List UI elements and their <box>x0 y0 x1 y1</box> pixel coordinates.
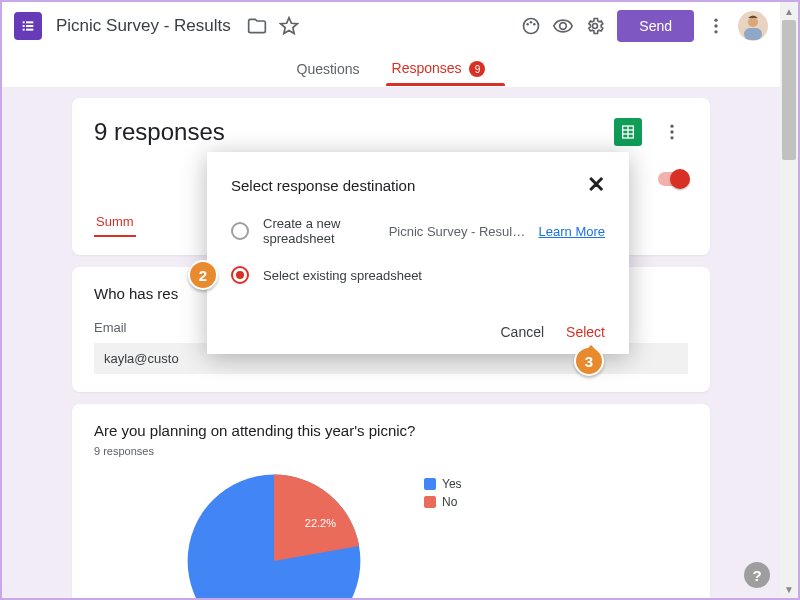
preview-icon[interactable] <box>547 10 579 42</box>
question-title: Are you planning on attending this year'… <box>94 422 688 439</box>
svg-point-11 <box>714 19 717 22</box>
star-icon[interactable] <box>273 10 305 42</box>
settings-icon[interactable] <box>579 10 611 42</box>
svg-rect-1 <box>26 21 33 23</box>
theme-icon[interactable] <box>515 10 547 42</box>
responses-count-badge: 9 <box>469 61 485 77</box>
legend-item-yes: Yes <box>424 477 462 491</box>
scroll-up-arrow[interactable]: ▲ <box>780 2 798 20</box>
send-button[interactable]: Send <box>617 10 694 42</box>
document-title[interactable]: Picnic Survey - Results <box>56 16 231 36</box>
svg-rect-0 <box>23 21 25 23</box>
top-bar: Picnic Survey - Results Send <box>2 2 780 50</box>
svg-point-22 <box>670 136 673 139</box>
scrollbar-thumb[interactable] <box>782 20 796 160</box>
chart-legend: Yes No <box>424 477 462 598</box>
radio-select-existing[interactable] <box>231 266 249 284</box>
svg-point-8 <box>530 21 533 24</box>
modal-title: Select response destination <box>231 177 587 194</box>
svg-rect-5 <box>26 29 33 31</box>
scroll-down-arrow[interactable]: ▼ <box>780 580 798 598</box>
svg-point-20 <box>670 125 673 128</box>
option-select-existing-label: Select existing spreadsheet <box>263 268 422 283</box>
forms-app-icon[interactable] <box>14 12 42 40</box>
move-to-folder-icon[interactable] <box>241 10 273 42</box>
responses-count-heading: 9 responses <box>94 118 614 146</box>
summary-subtab[interactable]: Summ <box>94 208 136 237</box>
create-spreadsheet-button[interactable] <box>614 118 642 146</box>
svg-point-13 <box>714 30 717 33</box>
tab-responses-label: Responses <box>392 60 462 76</box>
radio-create-new[interactable] <box>231 222 249 240</box>
new-spreadsheet-name: Picnic Survey - Results (Resp… <box>389 224 527 239</box>
svg-rect-15 <box>744 28 762 40</box>
tab-questions[interactable]: Questions <box>293 53 364 85</box>
cancel-button[interactable]: Cancel <box>500 324 544 340</box>
form-tabs: Questions Responses 9 <box>2 50 780 88</box>
close-icon[interactable]: ✕ <box>587 174 605 196</box>
learn-more-link[interactable]: Learn More <box>539 224 605 239</box>
pie-chart: 22.2% 77.8% <box>184 471 364 598</box>
pie-slice-no-label: 22.2% <box>305 517 336 529</box>
tab-responses[interactable]: Responses 9 <box>388 52 490 86</box>
svg-point-14 <box>748 17 758 27</box>
svg-point-7 <box>527 23 530 25</box>
responses-more-icon[interactable] <box>656 116 688 148</box>
option-create-new-label: Create a new spreadsheet <box>263 216 377 246</box>
help-icon[interactable]: ? <box>744 562 770 588</box>
more-icon[interactable] <box>700 10 732 42</box>
account-avatar[interactable] <box>738 11 768 41</box>
vertical-scrollbar[interactable]: ▲ ▼ <box>780 2 798 598</box>
svg-rect-3 <box>26 25 33 27</box>
svg-point-12 <box>714 24 717 27</box>
svg-rect-2 <box>23 25 25 27</box>
svg-point-21 <box>670 130 673 133</box>
option-create-new[interactable]: Create a new spreadsheet Picnic Survey -… <box>231 216 605 246</box>
svg-point-6 <box>524 19 539 34</box>
select-destination-modal: Select response destination ✕ Create a n… <box>207 152 629 354</box>
question-response-count: 9 responses <box>94 445 688 457</box>
accepting-responses-toggle[interactable] <box>658 172 688 186</box>
option-select-existing[interactable]: Select existing spreadsheet <box>231 266 605 284</box>
tutorial-callout-3: 3 <box>574 346 604 376</box>
tutorial-callout-2: 2 <box>188 260 218 290</box>
question-chart-card: Are you planning on attending this year'… <box>72 404 710 598</box>
svg-point-10 <box>593 24 598 29</box>
svg-rect-4 <box>23 29 25 31</box>
legend-item-no: No <box>424 495 462 509</box>
svg-point-9 <box>533 23 536 25</box>
